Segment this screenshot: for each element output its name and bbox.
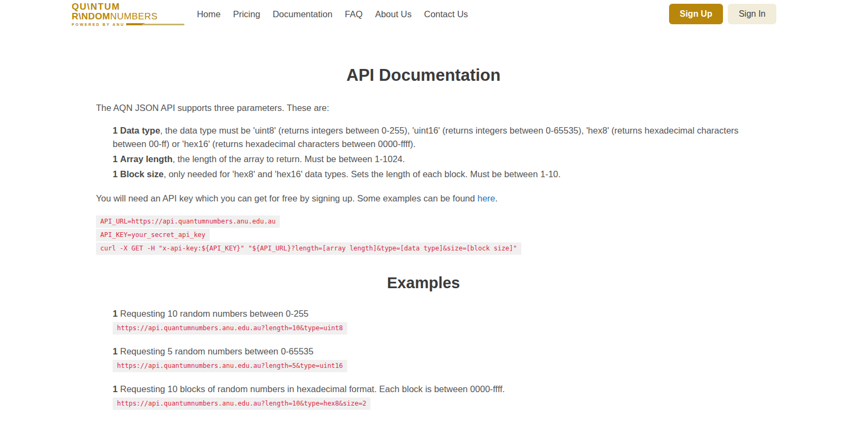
example-text: 1 Requesting 10 random numbers between 0… xyxy=(113,307,751,320)
example-item-hex8: 1 Requesting 10 blocks of random numbers… xyxy=(113,382,751,410)
nav-item-pricing[interactable]: Pricing xyxy=(233,9,260,19)
nav-item-documentation[interactable]: Documentation xyxy=(273,9,333,19)
header: QU\NTUM R\NDOMNUMBERS POWERED BY ANU Hom… xyxy=(0,0,868,28)
code-api-key: API_KEY=your_secret_api_key xyxy=(96,229,210,241)
nav-item-faq[interactable]: FAQ xyxy=(345,9,363,19)
example-text: 1 Requesting 10 blocks of random numbers… xyxy=(113,382,751,395)
code-line-curl: curl -X GET -H "x-api-key:${API_KEY}" "$… xyxy=(96,241,751,255)
main-nav: Home Pricing Documentation FAQ About Us … xyxy=(197,9,468,19)
code-line-api-key: API_KEY=your_secret_api_key xyxy=(96,228,751,241)
logo-line2: R\NDOMNUMBERS xyxy=(72,12,184,21)
parameter-description: , the length of the array to return. Mus… xyxy=(173,154,405,164)
parameter-item-data-type: 1 Data type, the data type must be 'uint… xyxy=(113,124,751,151)
nav-item-home[interactable]: Home xyxy=(197,9,221,19)
api-key-paragraph: You will need an API key which you can g… xyxy=(96,192,751,205)
example-code-uint8: https://api.quantumnumbers.anu.edu.au?le… xyxy=(113,322,347,335)
api-key-text-end: . xyxy=(495,193,498,203)
parameter-list: 1 Data type, the data type must be 'uint… xyxy=(96,124,751,181)
parameter-term: Array length xyxy=(120,154,173,164)
list-marker: 1 xyxy=(113,154,118,164)
example-code-uint16: https://api.quantumnumbers.anu.edu.au?le… xyxy=(113,360,347,372)
example-text: 1 Requesting 5 random numbers between 0-… xyxy=(113,345,751,358)
intro-paragraph: The AQN JSON API supports three paramete… xyxy=(96,101,751,114)
nav-item-about-us[interactable]: About Us xyxy=(375,9,412,19)
parameter-term: Data type xyxy=(120,126,160,135)
parameter-item-array-length: 1 Array length, the length of the array … xyxy=(113,152,751,166)
example-code-line: https://api.quantumnumbers.anu.edu.au?le… xyxy=(113,360,751,372)
list-marker: 1 xyxy=(113,169,118,179)
parameter-description: , only needed for 'hex8' and 'hex16' dat… xyxy=(164,169,561,179)
logo[interactable]: QU\NTUM R\NDOMNUMBERS POWERED BY ANU xyxy=(72,2,184,26)
example-item-uint8: 1 Requesting 10 random numbers between 0… xyxy=(113,307,751,335)
logo-word-random: R\NDOM xyxy=(72,11,110,22)
code-curl-command: curl -X GET -H "x-api-key:${API_KEY}" "$… xyxy=(96,242,521,255)
logo-word-numbers: NUMBERS xyxy=(110,11,157,22)
code-line-api-url: API_URL=https://api.quantumnumbers.anu.e… xyxy=(96,214,751,228)
logo-tagline: POWERED BY ANU xyxy=(72,23,184,26)
parameter-description: , the data type must be 'uint8' (returns… xyxy=(113,126,739,149)
sign-in-button[interactable]: Sign In xyxy=(728,4,776,24)
example-description: Requesting 10 blocks of random numbers i… xyxy=(120,384,505,394)
example-item-uint16: 1 Requesting 5 random numbers between 0-… xyxy=(113,345,751,372)
parameter-item-block-size: 1 Block size, only needed for 'hex8' and… xyxy=(113,168,751,181)
logo-tagline-text: POWERED BY ANU xyxy=(72,23,125,26)
example-description: Requesting 10 random numbers between 0-2… xyxy=(120,309,308,318)
nav-item-contact-us[interactable]: Contact Us xyxy=(424,9,469,19)
code-api-url: API_URL=https://api.quantumnumbers.anu.e… xyxy=(96,215,280,228)
examples-title: Examples xyxy=(96,274,751,292)
list-marker: 1 xyxy=(113,384,118,394)
here-link[interactable]: here xyxy=(478,193,495,203)
sign-up-button[interactable]: Sign Up xyxy=(669,4,723,24)
page-title: API Documentation xyxy=(96,66,751,85)
parameter-term: Block size xyxy=(120,169,164,179)
api-key-text: You will need an API key which you can g… xyxy=(96,193,475,203)
logo-line1: QU\NTUM xyxy=(72,2,184,11)
example-description: Requesting 5 random numbers between 0-65… xyxy=(120,346,314,356)
example-code-line: https://api.quantumnumbers.anu.edu.au?le… xyxy=(113,398,751,410)
example-list: 1 Requesting 10 random numbers between 0… xyxy=(96,307,751,410)
list-marker: 1 xyxy=(113,309,118,318)
example-code-line: https://api.quantumnumbers.anu.edu.au?le… xyxy=(113,322,751,335)
example-code-hex8: https://api.quantumnumbers.anu.edu.au?le… xyxy=(113,398,370,410)
list-marker: 1 xyxy=(113,126,118,135)
curl-code-block: API_URL=https://api.quantumnumbers.anu.e… xyxy=(96,214,751,255)
main-content: API Documentation The AQN JSON API suppo… xyxy=(96,66,751,410)
list-marker: 1 xyxy=(113,346,118,356)
logo-underline xyxy=(126,23,184,25)
